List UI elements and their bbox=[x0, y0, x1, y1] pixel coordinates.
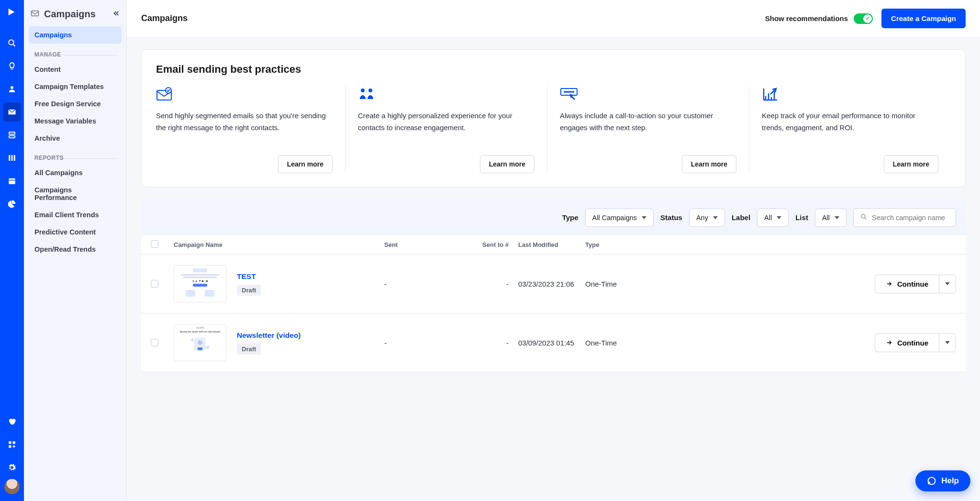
sidebar-item-message-variables[interactable]: Message Variables bbox=[29, 112, 122, 130]
table-row: YLOPO Spring into action with our new eb… bbox=[141, 313, 966, 372]
th-sent-to: Sent to # bbox=[451, 241, 518, 248]
search-input-wrapper bbox=[853, 208, 956, 227]
svg-point-15 bbox=[368, 89, 372, 92]
row-actions-dropdown[interactable] bbox=[939, 334, 956, 352]
gear-icon[interactable] bbox=[3, 458, 21, 477]
sidebar-item-free-design[interactable]: Free Design Service bbox=[29, 95, 122, 112]
svg-rect-4 bbox=[9, 155, 10, 161]
cell-last-modified: 03/09/2023 01:45 bbox=[518, 339, 585, 347]
cell-sent: - bbox=[384, 339, 451, 347]
campaign-name-link[interactable]: TEST bbox=[237, 272, 261, 281]
row-checkbox[interactable] bbox=[151, 339, 158, 346]
svg-point-1 bbox=[11, 86, 13, 89]
chevron-down-icon bbox=[945, 282, 950, 285]
server-icon[interactable] bbox=[3, 125, 21, 145]
cell-sent-to: - bbox=[451, 280, 518, 288]
sidebar-item-campaigns[interactable]: Campaigns bbox=[29, 26, 122, 44]
cta-button-icon bbox=[560, 86, 736, 102]
practice-card: Send highly segmented emails so that you… bbox=[156, 86, 345, 173]
panel-title: Email sending best practices bbox=[156, 63, 951, 76]
campaign-name-link[interactable]: Newsletter (video) bbox=[237, 331, 301, 340]
sidebar-item-email-client-trends[interactable]: Email Client Trends bbox=[29, 206, 122, 223]
sidebar-item-campaigns-performance[interactable]: Campaigns Performance bbox=[29, 181, 122, 206]
cell-type: One-Time bbox=[585, 280, 643, 288]
filter-type-select[interactable]: All Campaigns bbox=[585, 209, 654, 227]
page-title: Campaigns bbox=[141, 13, 188, 23]
practice-card: Always include a call-to-action so your … bbox=[547, 86, 749, 173]
filter-label-select[interactable]: All bbox=[757, 209, 789, 227]
filter-type-label: Type bbox=[562, 213, 579, 222]
pie-icon[interactable] bbox=[3, 194, 21, 213]
learn-more-button[interactable]: Learn more bbox=[884, 155, 938, 173]
search-input[interactable] bbox=[872, 214, 949, 222]
create-campaign-button[interactable]: Create a Campaign bbox=[881, 9, 966, 28]
th-type: Type bbox=[585, 241, 643, 248]
th-campaign-name: Campaign Name bbox=[174, 241, 384, 248]
heart-icon[interactable] bbox=[3, 412, 21, 431]
campaign-thumbnail: ● ▲ ▼ ▶ ◀ bbox=[174, 265, 226, 302]
best-practices-panel: Email sending best practices Send highly… bbox=[141, 49, 966, 187]
learn-more-button[interactable]: Learn more bbox=[480, 155, 535, 173]
filter-label-label: Label bbox=[732, 213, 750, 222]
columns-icon[interactable] bbox=[3, 148, 21, 167]
svg-rect-11 bbox=[32, 11, 39, 16]
practice-card: Keep track of your email performance to … bbox=[749, 86, 951, 173]
calendar-icon[interactable] bbox=[3, 171, 21, 190]
svg-rect-7 bbox=[9, 178, 15, 184]
help-button[interactable]: Help bbox=[915, 470, 970, 491]
continue-button[interactable]: Continue bbox=[875, 334, 939, 352]
bulb-icon[interactable] bbox=[3, 56, 21, 76]
filter-status-select[interactable]: Any bbox=[689, 209, 725, 227]
practice-card: Create a highly personalized experience … bbox=[345, 86, 547, 173]
campaigns-table: Type All Campaigns Status Any Label All … bbox=[141, 200, 966, 372]
svg-point-0 bbox=[9, 40, 14, 45]
table-header-row: Campaign Name Sent Sent to # Last Modifi… bbox=[141, 235, 966, 255]
sidebar-item-content[interactable]: Content bbox=[29, 61, 122, 78]
search-icon[interactable] bbox=[3, 33, 21, 53]
search-icon bbox=[860, 213, 867, 222]
campaign-thumbnail: YLOPO Spring into action with our new eb… bbox=[174, 324, 226, 361]
person-icon[interactable] bbox=[3, 79, 21, 99]
sidebar: Campaigns Campaigns MANAGE Content Campa… bbox=[24, 0, 127, 501]
sidebar-item-open-read-trends[interactable]: Open/Read Trends bbox=[29, 241, 122, 258]
practice-text: Create a highly personalized experience … bbox=[358, 110, 535, 148]
filter-list-label: List bbox=[795, 213, 808, 222]
avatar[interactable] bbox=[4, 479, 20, 494]
nav-rail bbox=[0, 0, 24, 501]
svg-point-17 bbox=[861, 214, 865, 218]
row-actions-dropdown[interactable] bbox=[939, 275, 956, 293]
learn-more-button[interactable]: Learn more bbox=[682, 155, 736, 173]
svg-rect-2 bbox=[9, 132, 15, 134]
app-logo-icon[interactable] bbox=[7, 7, 17, 20]
topbar: Campaigns Show recommendations Create a … bbox=[127, 0, 980, 37]
cell-last-modified: 03/23/2023 21:06 bbox=[518, 280, 585, 288]
filter-bar: Type All Campaigns Status Any Label All … bbox=[141, 200, 966, 235]
sidebar-section-manage: MANAGE bbox=[29, 44, 122, 61]
chevron-down-icon bbox=[777, 216, 781, 219]
th-last-modified: Last Modified bbox=[518, 241, 585, 248]
learn-more-button[interactable]: Learn more bbox=[278, 155, 333, 173]
collapse-sidebar-icon[interactable] bbox=[112, 10, 120, 19]
svg-rect-5 bbox=[11, 155, 13, 161]
mail-icon[interactable] bbox=[3, 102, 21, 122]
main-content: Campaigns Show recommendations Create a … bbox=[127, 0, 980, 501]
practice-text: Always include a call-to-action so your … bbox=[560, 110, 736, 148]
row-checkbox[interactable] bbox=[151, 280, 158, 288]
chevron-down-icon bbox=[835, 216, 839, 219]
chart-up-icon bbox=[762, 86, 938, 102]
filter-list-select[interactable]: All bbox=[815, 209, 846, 227]
cell-sent: - bbox=[384, 280, 451, 288]
sidebar-item-templates[interactable]: Campaign Templates bbox=[29, 78, 122, 95]
show-recommendations-label: Show recommendations bbox=[765, 14, 848, 22]
sidebar-item-predictive-content[interactable]: Predictive Content bbox=[29, 223, 122, 241]
svg-rect-3 bbox=[9, 136, 15, 138]
sidebar-item-all-campaigns[interactable]: All Campaigns bbox=[29, 164, 122, 181]
th-sent: Sent bbox=[384, 241, 451, 248]
recommendations-toggle[interactable] bbox=[854, 13, 873, 24]
sidebar-section-reports: REPORTS bbox=[29, 147, 122, 164]
select-all-checkbox[interactable] bbox=[151, 240, 158, 248]
continue-button[interactable]: Continue bbox=[875, 275, 939, 293]
help-label: Help bbox=[941, 476, 959, 486]
apps-icon[interactable] bbox=[3, 435, 21, 454]
sidebar-item-archive[interactable]: Archive bbox=[29, 130, 122, 147]
